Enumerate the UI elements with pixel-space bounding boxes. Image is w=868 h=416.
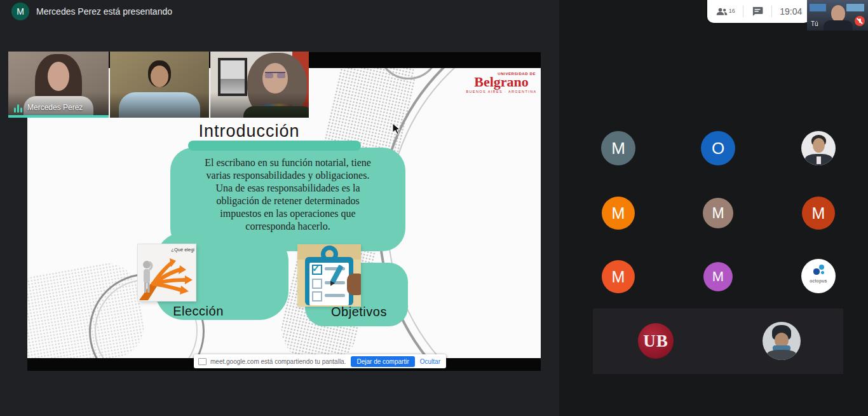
- meeting-info-pill: 16 19:04: [707, 0, 810, 23]
- goals-label: Objetivos: [308, 305, 410, 319]
- octopus-logo-dot: [821, 271, 824, 274]
- avatar-initial: M: [712, 268, 724, 285]
- divider: [743, 6, 743, 17]
- hand-graphic: [347, 274, 361, 295]
- participant-avatar[interactable]: M: [601, 131, 635, 165]
- participant-avatar[interactable]: O: [701, 131, 735, 165]
- participant-avatar[interactable]: M: [602, 197, 635, 230]
- share-banner-message: meet.google.com está compartiendo tu pan…: [210, 358, 346, 365]
- choice-clipart-caption: ¿Qué elegi: [171, 247, 194, 253]
- participant-avatar[interactable]: M: [703, 198, 733, 228]
- logo-tagline-bottom: BUENOS AIRES · ARGENTINA: [466, 90, 537, 94]
- video-tile-2[interactable]: [110, 52, 209, 118]
- participants-count: 16: [729, 8, 735, 14]
- participants-button[interactable]: 16: [715, 6, 735, 17]
- stop-sharing-button[interactable]: Dejar de compartir: [351, 356, 414, 367]
- participant-avatar-photo[interactable]: [763, 322, 801, 360]
- self-view-label: Tú: [811, 20, 818, 27]
- avatar-figure: [817, 156, 821, 164]
- avatar-initial: M: [612, 268, 625, 286]
- self-view-figure: [824, 20, 853, 31]
- octopus-logo-dot: [819, 265, 824, 270]
- presenting-status-text: Mercedes Perez está presentando: [36, 6, 172, 17]
- screen-share-icon: [198, 358, 207, 365]
- avatar-initial: O: [712, 139, 724, 158]
- tile-shade: [210, 92, 309, 118]
- avatar-initial: M: [812, 204, 825, 223]
- mouse-cursor: [392, 123, 401, 135]
- self-view-background: [846, 4, 864, 11]
- participant-avatar[interactable]: M: [602, 260, 635, 293]
- goals-clipart: ✓: [297, 244, 361, 307]
- list-line: [325, 294, 345, 297]
- logo-wordmark: Belgrano: [466, 76, 537, 88]
- tile-name-label: Mercedes Perez: [27, 103, 83, 112]
- body-line: corresponda hacerlo.: [166, 220, 410, 233]
- avatar-initial: M: [611, 139, 625, 158]
- participant-avatar[interactable]: M: [703, 262, 733, 291]
- slide-body-text: El escribano en su función notarial, tie…: [166, 156, 410, 233]
- chat-icon[interactable]: [752, 6, 763, 17]
- bottom-row-background: [593, 309, 843, 374]
- speaking-indicator-icon: [14, 104, 24, 113]
- video-tile-mercedes[interactable]: Mercedes Perez: [8, 52, 109, 118]
- avatar-initial: M: [612, 204, 625, 223]
- body-line: Una de esas responsabilidades es la: [166, 182, 410, 195]
- clock: 19:04: [780, 6, 802, 17]
- participant-avatar-ub-logo[interactable]: UB: [638, 323, 674, 359]
- body-line: varias responsabilidades y obligaciones.: [166, 169, 410, 182]
- body-line: obligación de retener determinados: [166, 195, 410, 207]
- active-speaker-underline: [8, 115, 109, 118]
- mic-muted-icon: [855, 16, 865, 26]
- octopus-logo-dot: [813, 268, 820, 275]
- belgrano-logo: UNIVERSIDAD DE Belgrano BUENOS AIRES · A…: [466, 72, 537, 94]
- checkbox-empty: [312, 279, 322, 289]
- ub-logo-label: UB: [643, 331, 668, 351]
- participants-icon: [715, 6, 728, 17]
- divider: [771, 6, 772, 17]
- screen-share-banner: meet.google.com está compartiendo tu pan…: [194, 354, 446, 368]
- body-line: El escribano en su función notarial, tie…: [166, 156, 410, 169]
- checkbox-empty: [312, 291, 322, 302]
- tile-figure: [151, 66, 168, 87]
- self-view-tile[interactable]: Tú: [807, 0, 868, 31]
- slide-title: Introducción: [154, 121, 344, 141]
- tile-shade: [110, 92, 209, 118]
- tile-picture-frame: [218, 58, 247, 96]
- avatar-initial: M: [712, 205, 724, 222]
- participant-avatar[interactable]: M: [802, 197, 835, 230]
- choice-clipart: ¿Qué elegi: [138, 244, 196, 301]
- presenter-initial: M: [17, 6, 24, 17]
- avatar-figure: [813, 138, 825, 153]
- checkmark-icon: ✓: [312, 263, 320, 274]
- self-view-background: [810, 4, 826, 11]
- participant-avatar-octopus-logo[interactable]: octopus: [801, 259, 836, 293]
- choice-arrows-graphic: [138, 244, 196, 301]
- octopus-logo-label: octopus: [801, 279, 836, 283]
- teal-blob-strip: [188, 141, 361, 151]
- self-view-figure: [831, 5, 845, 22]
- video-tile-3[interactable]: [210, 52, 309, 118]
- glasses-icon: [265, 72, 285, 79]
- tile-figure: [48, 62, 69, 91]
- presenter-avatar: M: [11, 3, 29, 20]
- body-line: impuestos en las operaciones que: [166, 207, 410, 220]
- hide-banner-link[interactable]: Ocultar: [420, 358, 440, 365]
- choice-label: Elección: [154, 304, 243, 319]
- participant-avatar-photo[interactable]: [801, 131, 836, 165]
